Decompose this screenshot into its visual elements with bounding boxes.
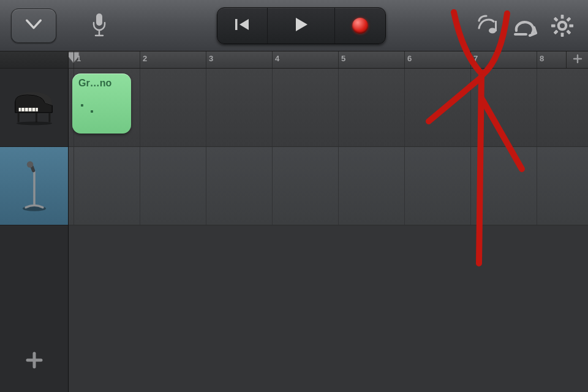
ruler-tick: 6	[404, 51, 412, 68]
plus-icon	[573, 54, 582, 66]
svg-rect-13	[554, 29, 559, 34]
svg-point-7	[559, 21, 566, 29]
ruler-gutter	[0, 51, 69, 68]
apple-loops-icon	[475, 13, 502, 38]
svg-rect-10	[551, 24, 556, 27]
ruler-tick: 7	[470, 51, 478, 68]
ruler-tick: 4	[272, 51, 279, 68]
loop-icon	[511, 15, 540, 37]
loop-button[interactable]	[511, 11, 540, 40]
grand-piano-icon	[10, 84, 58, 132]
svg-rect-5	[495, 21, 497, 31]
ruler-tick: 1	[74, 51, 81, 68]
svg-rect-12	[566, 17, 571, 21]
gear-icon	[551, 14, 574, 37]
ruler-body[interactable]: 12345678	[69, 51, 588, 68]
record-icon	[352, 18, 368, 34]
ruler[interactable]: 12345678	[0, 51, 588, 69]
play-button[interactable]	[268, 8, 335, 43]
my-songs-dropdown[interactable]	[11, 9, 56, 43]
midi-region[interactable]: Gr…no	[72, 74, 131, 134]
rewind-button[interactable]	[217, 8, 268, 43]
svg-rect-14	[554, 17, 559, 21]
timeline[interactable]: Gr…no	[69, 69, 588, 392]
svg-rect-23	[35, 112, 37, 122]
svg-rect-8	[561, 14, 564, 18]
track-lane-piano[interactable]: Gr…no	[69, 69, 588, 147]
svg-rect-11	[569, 24, 573, 27]
toolbar	[0, 0, 588, 51]
svg-rect-9	[561, 32, 564, 37]
ruler-tick: 8	[537, 51, 544, 68]
ruler-tick: 5	[338, 51, 345, 68]
ruler-tick: 3	[206, 51, 213, 68]
track-header-piano[interactable]	[0, 69, 68, 147]
transport-controls	[217, 7, 386, 44]
mic-stand-icon	[10, 162, 58, 210]
svg-point-29	[26, 161, 32, 167]
svg-rect-24	[48, 112, 50, 122]
svg-rect-22	[17, 112, 19, 122]
record-button[interactable]	[335, 8, 385, 43]
play-icon	[294, 17, 309, 35]
song-end-handle[interactable]	[566, 51, 588, 68]
settings-button[interactable]	[548, 11, 577, 40]
svg-rect-27	[33, 171, 35, 205]
timeline-empty-area	[69, 225, 588, 392]
region-notes-preview	[81, 104, 93, 113]
svg-point-25	[16, 121, 52, 125]
microphone-icon[interactable]	[85, 11, 114, 40]
track-area: Gr…no	[0, 69, 588, 392]
svg-rect-0	[96, 13, 102, 26]
plus-icon	[24, 350, 44, 372]
track-header-list	[0, 69, 69, 392]
chevron-down-icon	[25, 19, 42, 32]
region-label: Gr…no	[78, 78, 111, 88]
add-track-button[interactable]	[0, 331, 68, 392]
svg-rect-15	[566, 29, 571, 34]
ruler-tick: 2	[140, 51, 147, 68]
lane-grid	[69, 147, 588, 225]
svg-rect-3	[235, 19, 238, 30]
lane-grid	[69, 69, 588, 146]
skip-back-icon	[234, 17, 251, 34]
apple-loops-button[interactable]	[474, 11, 503, 40]
track-header-vocal[interactable]	[0, 147, 68, 225]
track-lane-vocal[interactable]	[69, 147, 588, 225]
